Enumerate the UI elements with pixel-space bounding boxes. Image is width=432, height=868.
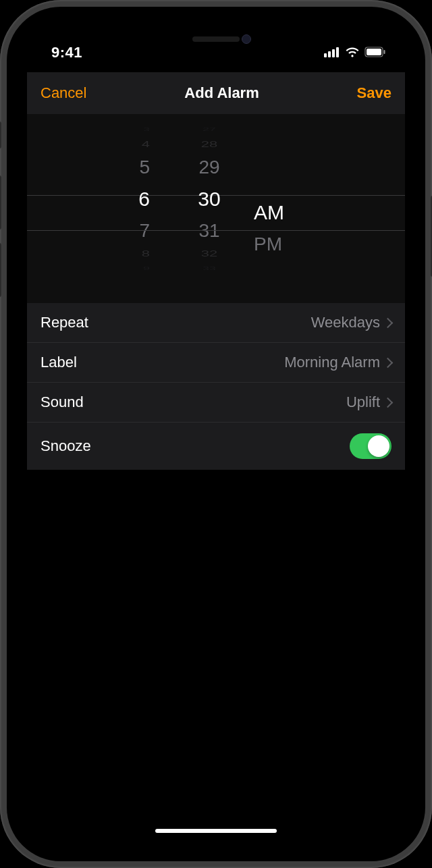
home-indicator[interactable]: [155, 829, 277, 833]
svg-rect-5: [367, 49, 381, 55]
save-button[interactable]: Save: [357, 84, 392, 102]
picker-item[interactable]: PM: [254, 230, 282, 259]
minute-picker[interactable]: 27 28 29 30 31 32 33: [176, 124, 243, 303]
picker-item[interactable]: 4: [142, 139, 150, 150]
row-value: Morning Alarm: [284, 354, 380, 371]
row-value: Uplift: [346, 394, 380, 411]
picker-item[interactable]: 28: [201, 139, 217, 150]
volume-down-button[interactable]: [0, 243, 1, 297]
svg-rect-1: [328, 51, 331, 57]
picker-item[interactable]: 8: [142, 248, 150, 259]
sound-row[interactable]: Sound Uplift: [27, 383, 405, 423]
repeat-row[interactable]: Repeat Weekdays: [27, 303, 405, 343]
label-row[interactable]: Label Morning Alarm: [27, 343, 405, 383]
row-label: Snooze: [40, 437, 91, 455]
chevron-right-icon: [383, 397, 394, 408]
ampm-picker[interactable]: AM PM: [243, 124, 324, 303]
volume-up-button[interactable]: [0, 175, 1, 229]
battery-icon: [364, 44, 386, 61]
page-title: Add Alarm: [184, 84, 259, 102]
row-label: Sound: [40, 394, 84, 411]
svg-rect-6: [384, 50, 385, 54]
row-value: Weekdays: [311, 314, 380, 331]
svg-rect-0: [324, 53, 327, 57]
svg-rect-3: [336, 47, 339, 57]
chevron-right-icon: [383, 317, 394, 328]
picker-item-selected[interactable]: 30: [198, 182, 220, 217]
picker-item[interactable]: 29: [198, 153, 219, 182]
chevron-right-icon: [383, 357, 394, 368]
status-time: 9:41: [51, 44, 82, 61]
snooze-toggle[interactable]: [350, 433, 392, 459]
picker-item-selected[interactable]: AM: [254, 195, 284, 230]
row-label: Label: [40, 354, 77, 371]
svg-rect-2: [332, 49, 335, 57]
cancel-button[interactable]: Cancel: [40, 84, 86, 102]
picker-item[interactable]: 7: [139, 217, 150, 245]
front-camera: [242, 34, 251, 44]
picker-item[interactable]: 32: [201, 248, 217, 259]
speaker: [192, 36, 240, 42]
snooze-row: Snooze: [27, 423, 405, 470]
picker-item[interactable]: 5: [139, 153, 150, 182]
picker-item-selected[interactable]: 6: [138, 182, 150, 217]
cellular-icon: [324, 44, 340, 61]
phone-frame: 9:41 Cancel Add: [0, 0, 432, 868]
settings-list: Repeat Weekdays Label Morning Alarm: [27, 303, 405, 470]
time-picker[interactable]: 3 4 5 6 7 8 9 27 28 29 30 31 32: [27, 114, 405, 303]
picker-item[interactable]: 31: [198, 217, 219, 245]
picker-item[interactable]: 33: [202, 266, 216, 271]
silent-switch[interactable]: [0, 121, 1, 148]
nav-bar: Cancel Add Alarm Save: [27, 72, 405, 114]
row-label: Repeat: [40, 314, 88, 331]
picker-item[interactable]: 9: [143, 266, 150, 271]
hour-picker[interactable]: 3 4 5 6 7 8 9: [108, 124, 176, 303]
wifi-icon: [345, 44, 360, 61]
picker-item[interactable]: 27: [202, 127, 216, 132]
picker-item[interactable]: 3: [143, 127, 150, 132]
